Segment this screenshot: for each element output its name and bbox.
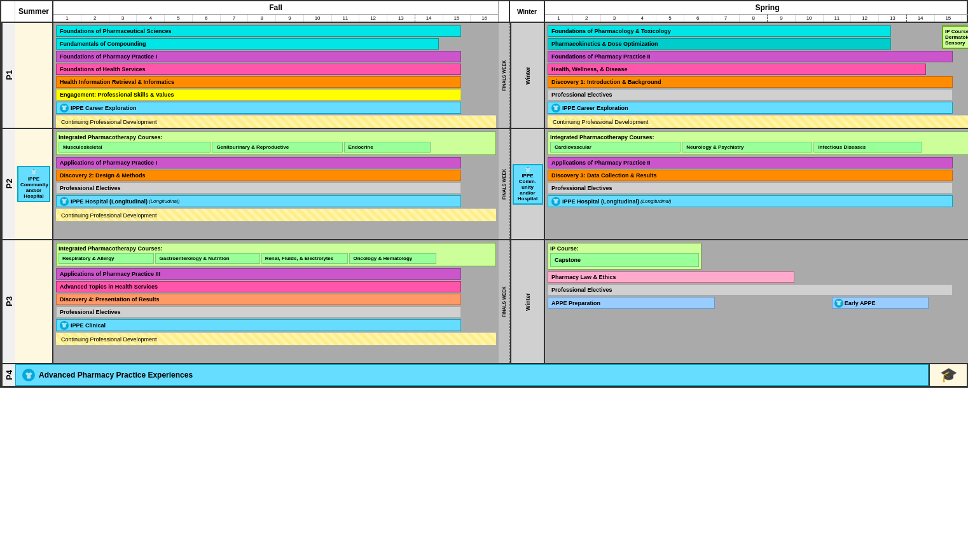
- epsv-bar: Engagement: Professional Skills & Values: [56, 89, 461, 100]
- app1-bar: Applications of Pharmacy Practice I: [56, 157, 461, 168]
- spring-w1: 1: [545, 15, 573, 22]
- hwd-bar: Health, Wellness, & Disease: [548, 64, 926, 75]
- fall-w15: 15: [443, 15, 471, 22]
- p2-summer-left-text: IPPE Community and/or Hospital: [20, 176, 48, 199]
- fall-label: Fall: [53, 1, 498, 15]
- capstone-box: Capstone: [550, 253, 699, 267]
- spring-w3: 3: [601, 15, 629, 22]
- spring-w6: 6: [684, 15, 712, 22]
- disc3-bar: Discovery 3: Data Collection & Results: [548, 170, 953, 181]
- winter-header: Winter: [510, 1, 545, 22]
- neurology-box: Neurology & Psychiatry: [682, 142, 812, 153]
- spring-w15: 15: [935, 15, 963, 22]
- spring-w4: 4: [628, 15, 656, 22]
- p1-fall: Foundations of Pharmaceutical Sciences F…: [53, 23, 499, 128]
- aths-bar: Advanced Topics in Health Services: [56, 281, 461, 292]
- fall-w4: 4: [137, 15, 165, 22]
- fall-w1: 1: [53, 15, 81, 22]
- renal-box: Renal, Fluids, & Electrolytes: [261, 253, 349, 264]
- fall-w7: 7: [221, 15, 249, 22]
- spring-w2: 2: [573, 15, 601, 22]
- p3-fall-int-title: Integrated Pharmacotherapy Courses:: [59, 245, 494, 252]
- spring-w16: 16: [962, 15, 968, 22]
- spring-w7: 7: [712, 15, 740, 22]
- fall-w9: 9: [276, 15, 304, 22]
- p3-summer-left: [15, 240, 53, 363]
- profelec3-bar: Professional Electives: [548, 182, 953, 194]
- spring-w12: 12: [851, 15, 879, 22]
- corner-cell: [1, 1, 15, 22]
- p2-fall-int-title: Integrated Pharmacotherapy Courses:: [59, 134, 494, 140]
- fpp1-bar: Foundations of Pharmacy Practice I: [56, 51, 461, 62]
- p2-summer-left: 👕 IPPE Community and/or Hospital: [15, 129, 53, 239]
- spring-w11: 11: [824, 15, 852, 22]
- p2-fall: Integrated Pharmacotherapy Courses: Musc…: [53, 129, 499, 239]
- summer-left-header: Summer: [15, 1, 53, 22]
- fpt-bar: Foundations of Pharmacology & Toxicology: [548, 25, 891, 37]
- fall-w6: 6: [193, 15, 221, 22]
- p2-finals-fall: FINALS WEEK: [499, 129, 510, 239]
- early-appe-container: 👕 Early APPE: [832, 297, 929, 309]
- curriculum-grid: Summer Fall 1 2 3 4 5 6 7 8 9 10 11 12 1…: [0, 0, 968, 388]
- app2-bar: Applications of Pharmacy Practice II: [548, 157, 953, 168]
- spring-w14: 14: [907, 15, 935, 22]
- p1-finals-fall: FINALS WEEK: [499, 23, 510, 128]
- pkdo-bar: Pharmacokinetics & Dose Optimization: [548, 38, 891, 50]
- ip-course-title-p1: IP Course:: [945, 29, 968, 34]
- p1-year-label: P1: [1, 23, 15, 128]
- ippe-ce2-bar: 👕 IPPE Career Exploration: [548, 102, 953, 114]
- fps-bar: Foundations of Pharmaceutical Sciences: [56, 25, 461, 37]
- early-appe-bar: 👕 Early APPE: [832, 297, 929, 309]
- fall-w11: 11: [332, 15, 360, 22]
- p4-graduation: 🎓: [929, 364, 967, 386]
- p3-fall: Integrated Pharmacotherapy Courses: Resp…: [53, 240, 499, 363]
- p2-spring-int-title: Integrated Pharmacotherapy Courses:: [550, 134, 968, 140]
- app3-bar: Applications of Pharmacy Practice III: [56, 268, 461, 280]
- fall-header: Fall 1 2 3 4 5 6 7 8 9 10 11 12 13 14 15…: [53, 1, 499, 22]
- p2-spring: Integrated Pharmacotherapy Courses: Card…: [545, 129, 968, 239]
- ippe-ce1-bar: 👕 IPPE Career Exploration: [56, 102, 461, 114]
- fall-w13: 13: [387, 15, 415, 22]
- cardiovascular-box: Cardiovascular: [550, 142, 681, 153]
- finals-header-fall: [499, 1, 510, 22]
- fpp2-bar: Foundations of Pharmacy Practice II: [548, 51, 953, 62]
- fall-w14: 14: [415, 15, 443, 22]
- spring-w8: 8: [740, 15, 768, 22]
- disc2-bar: Discovery 2: Design & Methods: [56, 170, 461, 181]
- p4-content: 👕 Advanced Pharmacy Practice Experiences: [15, 364, 929, 386]
- pharm-law-bar: Pharmacy Law & Ethics: [548, 271, 794, 283]
- fall-w8: 8: [248, 15, 276, 22]
- disc4-bar: Discovery 4: Presentation of Results: [56, 294, 461, 305]
- fall-w3: 3: [109, 15, 137, 22]
- ippe-clin-bar: 👕 IPPE Clinical: [56, 319, 461, 331]
- spring-w9: 9: [768, 15, 796, 22]
- spring-header: Spring 1 2 3 4 5 6 7 8 9 10 11 12 13 14 …: [545, 1, 968, 22]
- spring-label: Spring: [545, 1, 968, 15]
- profelec1-bar: Professional Electives: [548, 89, 953, 100]
- p4-title: Advanced Pharmacy Practice Experiences: [39, 371, 193, 379]
- p1-summer-left: [15, 23, 53, 128]
- cpd-p2-fall: Continuing Professional Development: [56, 208, 496, 221]
- profelec2-bar: Professional Electives: [56, 182, 461, 194]
- disc1-bar: Discovery 1: Introduction & Background: [548, 76, 953, 88]
- infectious-diseases-box: Infectious Diseases: [813, 142, 922, 153]
- p3-ip-course-title: IP Course:: [550, 245, 699, 252]
- fall-w2: 2: [81, 15, 109, 22]
- fall-w12: 12: [359, 15, 387, 22]
- p2-winter: 👕 IPPE Comm-unity and/or Hospital: [510, 129, 545, 239]
- appe-prep-bar: APPE Preparation: [548, 297, 715, 309]
- p2-year-label: P2: [1, 129, 15, 239]
- fhs-bar: Foundations of Health Services: [56, 64, 461, 75]
- ippe-hosp1-bar: 👕 IPPE Hospital (Longitudinal) (Longitud…: [56, 195, 461, 207]
- p4-year-label: P4: [1, 364, 15, 386]
- p3-winter: Winter: [510, 240, 545, 363]
- spring-w5: 5: [656, 15, 684, 22]
- p1-winter: Winter: [510, 23, 545, 128]
- cpd-p1-spring: Continuing Professional Development: [548, 115, 968, 128]
- fall-w5: 5: [165, 15, 193, 22]
- endocrine-box: Endocrine: [344, 142, 431, 153]
- p3-finals-fall: FINALS WEEK: [499, 240, 510, 363]
- fall-w10: 10: [304, 15, 332, 22]
- spring-w10: 10: [796, 15, 824, 22]
- profelec5-bar: Professional Electives: [548, 284, 953, 296]
